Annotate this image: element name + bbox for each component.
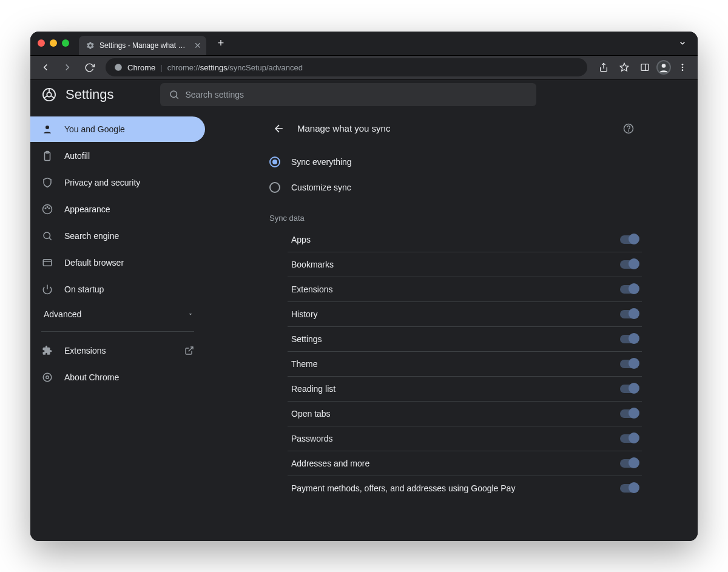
bookmark-button[interactable] bbox=[615, 58, 633, 76]
sidebar-item-on-startup[interactable]: On startup bbox=[30, 277, 205, 302]
toolbar-right bbox=[595, 58, 692, 76]
sync-toggle[interactable] bbox=[620, 285, 638, 294]
svg-line-25 bbox=[49, 238, 52, 240]
radio-icon bbox=[269, 156, 280, 167]
menu-button[interactable] bbox=[673, 58, 692, 76]
svg-line-30 bbox=[189, 347, 193, 351]
sync-toggle[interactable] bbox=[620, 385, 638, 393]
panel-back-button[interactable] bbox=[269, 119, 289, 138]
browser-tab[interactable]: Settings - Manage what you sy ✕ bbox=[79, 36, 206, 55]
clipboard-icon bbox=[41, 150, 53, 161]
sync-toggle[interactable] bbox=[620, 434, 638, 443]
svg-point-9 bbox=[682, 69, 684, 71]
side-panel-button[interactable] bbox=[636, 58, 654, 76]
sidebar-item-label: On startup bbox=[64, 284, 104, 294]
sidebar-item-default-browser[interactable]: Default browser bbox=[30, 250, 205, 275]
maximize-window-button[interactable] bbox=[62, 39, 69, 47]
svg-point-17 bbox=[46, 126, 49, 129]
person-icon bbox=[41, 124, 53, 135]
sync-data-row: Reading list bbox=[288, 377, 642, 402]
sync-data-row: Addresses and more bbox=[288, 451, 642, 476]
sidebar-item-autofill[interactable]: Autofill bbox=[30, 143, 205, 169]
sync-toggle[interactable] bbox=[620, 360, 638, 368]
about-label: About Chrome bbox=[64, 372, 119, 382]
sync-data-list: AppsBookmarksExtensionsHistorySettingsTh… bbox=[266, 227, 642, 500]
svg-rect-3 bbox=[641, 64, 649, 71]
sidebar-item-label: Appearance bbox=[64, 204, 110, 214]
sync-toggle[interactable] bbox=[620, 335, 638, 343]
new-tab-button[interactable]: + bbox=[212, 35, 229, 52]
search-placeholder: Search settings bbox=[186, 90, 244, 99]
site-info-icon[interactable] bbox=[114, 63, 123, 72]
sync-toggle[interactable] bbox=[620, 235, 638, 244]
sync-data-label: Bookmarks bbox=[291, 260, 334, 269]
sidebar-advanced-toggle[interactable]: Advanced bbox=[30, 303, 205, 325]
svg-point-21 bbox=[45, 207, 46, 209]
sync-toggle[interactable] bbox=[620, 484, 638, 493]
profile-avatar[interactable] bbox=[656, 60, 671, 75]
sidebar-item-appearance[interactable]: Appearance bbox=[30, 197, 205, 222]
address-bar[interactable]: Chrome | chrome://settings/syncSetup/adv… bbox=[106, 58, 587, 76]
advanced-label: Advanced bbox=[44, 309, 81, 319]
search-settings-input[interactable]: Search settings bbox=[160, 83, 536, 106]
url-text: chrome://settings/syncSetup/advanced bbox=[167, 63, 303, 72]
tabs-dropdown-button[interactable] bbox=[675, 35, 690, 51]
sync-data-row: Bookmarks bbox=[288, 252, 642, 277]
sidebar-item-you-and-google[interactable]: You and Google bbox=[30, 116, 205, 142]
svg-point-23 bbox=[49, 207, 50, 209]
svg-point-32 bbox=[46, 375, 49, 379]
svg-point-24 bbox=[44, 232, 50, 239]
radio-icon bbox=[269, 182, 280, 193]
browser-window: Settings - Manage what you sy ✕ + Chrome… bbox=[30, 32, 698, 541]
sync-data-label: Addresses and more bbox=[291, 459, 369, 468]
sync-data-section-label: Sync data bbox=[266, 200, 642, 227]
minimize-window-button[interactable] bbox=[50, 39, 57, 47]
window-controls bbox=[38, 39, 69, 47]
url-host-label: Chrome bbox=[127, 63, 155, 72]
settings-header: Settings Search settings bbox=[30, 80, 698, 109]
sync-toggle[interactable] bbox=[620, 409, 638, 418]
sync-data-label: Extensions bbox=[291, 284, 332, 294]
sync-data-row: Extensions bbox=[288, 277, 642, 302]
panel-header: Manage what you sync bbox=[266, 113, 642, 149]
close-window-button[interactable] bbox=[38, 39, 45, 47]
extensions-label: Extensions bbox=[64, 346, 106, 355]
sidebar-item-label: You and Google bbox=[64, 124, 125, 134]
sidebar-item-privacy-and-security[interactable]: Privacy and security bbox=[30, 170, 205, 195]
svg-marker-29 bbox=[189, 314, 192, 315]
chevron-down-icon bbox=[187, 311, 194, 318]
svg-marker-2 bbox=[620, 63, 628, 71]
svg-line-16 bbox=[176, 96, 178, 99]
sidebar-divider bbox=[41, 331, 194, 332]
svg-point-35 bbox=[629, 130, 629, 131]
svg-point-31 bbox=[43, 373, 52, 382]
sidebar-item-about[interactable]: About Chrome bbox=[30, 365, 205, 390]
reload-button[interactable] bbox=[80, 58, 98, 76]
puzzle-icon bbox=[41, 345, 53, 356]
radio-customize-sync[interactable]: Customize sync bbox=[266, 175, 642, 200]
help-button[interactable] bbox=[619, 119, 638, 138]
forward-button[interactable] bbox=[58, 58, 76, 76]
sync-data-row: Theme bbox=[288, 352, 642, 377]
external-link-icon bbox=[184, 346, 194, 355]
svg-line-13 bbox=[44, 95, 48, 98]
chrome-logo-icon bbox=[42, 88, 56, 101]
settings-main: Manage what you sync Sync everything Cus… bbox=[210, 109, 698, 541]
sync-toggle[interactable] bbox=[620, 260, 638, 269]
sidebar-item-label: Default browser bbox=[64, 258, 124, 267]
tab-title: Settings - Manage what you sy bbox=[99, 41, 188, 50]
radio-sync-everything[interactable]: Sync everything bbox=[266, 149, 642, 175]
sync-data-row: Open tabs bbox=[288, 402, 642, 426]
sync-toggle[interactable] bbox=[620, 310, 638, 318]
close-tab-button[interactable]: ✕ bbox=[194, 41, 201, 50]
sync-data-row: Passwords bbox=[288, 426, 642, 451]
sidebar-item-search-engine[interactable]: Search engine bbox=[30, 223, 205, 249]
sync-toggle[interactable] bbox=[620, 459, 638, 468]
sidebar-item-extensions[interactable]: Extensions bbox=[30, 338, 205, 363]
sync-data-row: History bbox=[288, 302, 642, 327]
back-button[interactable] bbox=[36, 58, 55, 76]
sync-panel: Manage what you sync Sync everything Cus… bbox=[266, 113, 642, 500]
share-button[interactable] bbox=[595, 58, 613, 76]
gear-icon bbox=[86, 41, 95, 50]
svg-point-8 bbox=[682, 67, 684, 69]
